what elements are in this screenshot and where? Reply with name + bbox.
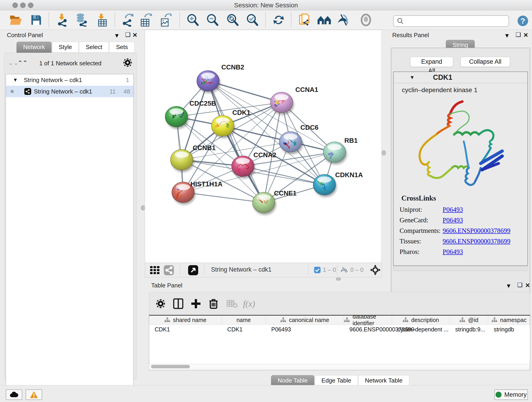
crosslink-link[interactable]: 9606.ENSP00000378699 <box>443 227 510 235</box>
table-toolbar: f(x) <box>149 292 530 315</box>
tab-select[interactable]: Select <box>79 42 109 53</box>
tab-network[interactable]: Network <box>17 42 51 53</box>
maximize-panel-icon[interactable]: ❏ <box>517 281 522 288</box>
table-options-gear-icon[interactable] <box>153 296 168 311</box>
tab-style[interactable]: Style <box>52 42 79 53</box>
network-collection-row[interactable]: ▼ String Network – cdk1 1 <box>6 74 133 86</box>
fit-selected-crosshair-icon[interactable] <box>370 265 380 275</box>
memory-label: Memory <box>504 391 527 398</box>
node-CCNE1[interactable]: CCNE1 <box>253 190 297 215</box>
close-panel-icon[interactable]: ✕ <box>133 32 138 38</box>
column-header-canonical-name[interactable]: canonical name <box>266 316 344 324</box>
search-input[interactable] <box>406 18 509 25</box>
collapse-all-button[interactable]: Collapse All <box>461 57 510 67</box>
node-CDC25B[interactable]: CDC25B <box>165 100 216 129</box>
column-header-namespac[interactable]: namespac <box>488 316 530 324</box>
zoom-out-icon[interactable] <box>205 13 220 27</box>
float-panel-icon[interactable]: ▼ <box>504 32 510 39</box>
save-session-icon[interactable] <box>29 13 44 27</box>
crosslink-link[interactable]: P06493 <box>443 206 463 213</box>
node-CCNA1[interactable]: CCNA1 <box>270 86 318 115</box>
expand-all-button[interactable]: Expand All <box>410 57 453 67</box>
help-button[interactable]: ? <box>518 16 528 26</box>
current-network-name: String Network – cdk1 <box>211 266 272 273</box>
birds-eye-view-icon[interactable] <box>164 265 174 275</box>
export-network-icon[interactable] <box>120 13 135 27</box>
node-CDC6[interactable]: CDC6 <box>279 124 318 154</box>
maximize-panel-icon[interactable]: ❏ <box>125 31 130 38</box>
float-panel-icon[interactable]: ▼ <box>506 282 512 289</box>
hidden-eye-icon[interactable] <box>340 266 348 273</box>
memory-button[interactable]: Memory <box>494 389 528 400</box>
title-bar: Session: New Session <box>0 0 532 10</box>
zoom-in-icon[interactable] <box>185 13 200 27</box>
scrollbar-thumb[interactable] <box>151 365 190 368</box>
refresh-icon[interactable] <box>271 13 286 27</box>
tab-sets[interactable]: Sets <box>109 42 134 53</box>
node-HIST1H1A[interactable]: HIST1H1A <box>172 180 222 205</box>
eye-icon[interactable] <box>359 13 373 27</box>
show-columns-icon[interactable] <box>171 296 186 311</box>
zoom-selected-icon[interactable] <box>245 13 260 27</box>
table-cell: 9606.ENSP00000378699 <box>344 325 392 334</box>
node-RB1[interactable]: RB1 <box>323 137 358 165</box>
grid-view-icon[interactable] <box>150 266 160 274</box>
crosslink-link[interactable]: 9606.ENSP00000378699 <box>443 237 510 245</box>
left-splitter-handle[interactable] <box>141 205 145 211</box>
export-table-icon[interactable] <box>139 13 153 27</box>
houses-icon[interactable] <box>317 13 331 27</box>
hide-nodes-icon[interactable] <box>336 13 350 27</box>
cloud-button[interactable] <box>6 389 22 400</box>
open-session-icon[interactable] <box>9 13 23 27</box>
right-splitter-handle[interactable] <box>382 150 386 155</box>
tab-edge-table[interactable]: Edge Table <box>315 375 358 386</box>
status-bar: Memory <box>0 385 532 402</box>
delete-column-icon[interactable] <box>206 296 221 311</box>
network-row-selected[interactable]: String Network – cdk1 11 48 <box>6 86 133 97</box>
column-header-name[interactable]: name <box>222 316 266 324</box>
table-hscrollbar[interactable] <box>149 364 530 370</box>
node-CDKN1A[interactable]: CDKN1A <box>313 171 363 197</box>
crosslink-row: Tissues:9606.ENSP00000378699 <box>394 236 527 246</box>
results-scrollbar[interactable] <box>393 266 527 271</box>
detach-view-icon[interactable] <box>188 265 198 275</box>
float-panel-icon[interactable]: ▼ <box>114 32 120 39</box>
import-database-icon[interactable] <box>74 13 89 27</box>
column-header-@id[interactable]: @id <box>450 316 488 324</box>
copy-style-icon[interactable] <box>298 13 312 27</box>
tab-network-table[interactable]: Network Table <box>358 375 409 386</box>
warning-button[interactable] <box>26 389 42 400</box>
footer-separator <box>204 265 204 275</box>
node-CCNB1[interactable]: CCNB1 <box>171 144 215 172</box>
column-header-database-identifier[interactable]: database identifier <box>344 316 392 324</box>
close-panel-icon[interactable]: ✕ <box>525 282 530 289</box>
collection-label: String Network – cdk1 <box>24 77 82 84</box>
add-column-icon[interactable] <box>189 296 203 311</box>
results-panel-title: Results Panel <box>392 32 429 39</box>
edge-count: 48 <box>123 88 130 95</box>
column-header-description[interactable]: description <box>392 316 450 324</box>
tab-node-table[interactable]: Node Table <box>271 375 314 386</box>
close-panel-icon[interactable]: ✕ <box>523 32 528 38</box>
maximize-panel-icon[interactable]: ❏ <box>515 31 521 38</box>
crosslink-row: Uniprot:P06493 <box>394 204 527 215</box>
crosslink-link[interactable]: P06493 <box>443 216 463 224</box>
node-label-CCNA2: CCNA2 <box>253 151 276 159</box>
table-row[interactable]: CDK1CDK1P064939606.ENSP00000378699cyclin… <box>149 325 530 334</box>
network-options-gear-icon[interactable] <box>123 58 132 67</box>
crosslink-link[interactable]: P06493 <box>443 248 463 255</box>
delete-table-icon <box>225 296 239 311</box>
node-label-CCNB2: CCNB2 <box>221 64 244 71</box>
node-label-CCNB1: CCNB1 <box>193 144 215 152</box>
collection-expander-icon[interactable]: ▼ <box>13 77 18 83</box>
column-header-shared-name[interactable]: shared name <box>149 316 222 324</box>
section-expander-icon[interactable]: ▼ <box>410 75 415 80</box>
import-table-icon[interactable] <box>95 13 110 27</box>
node-CCNB2[interactable]: CCNB2 <box>197 64 244 93</box>
selected-checkbox-icon[interactable] <box>314 267 321 273</box>
export-image-icon[interactable] <box>158 13 173 27</box>
import-network-icon[interactable] <box>55 13 70 27</box>
network-canvas[interactable]: CCNB2CCNA1CDC25BCDK1CDC6RB1CCNB1CCNA2CDK… <box>145 30 382 263</box>
zoom-fit-icon[interactable] <box>225 13 240 27</box>
control-panel-tabs: NetworkStyleSelectSets <box>17 42 135 53</box>
